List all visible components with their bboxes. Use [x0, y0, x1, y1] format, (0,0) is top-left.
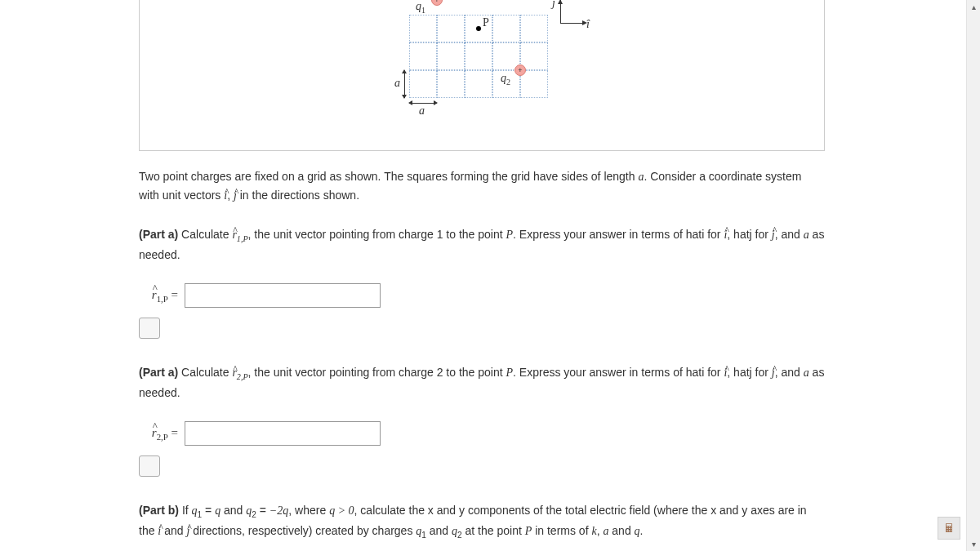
point-p-label: P	[483, 16, 489, 29]
a-bot-text: a	[419, 104, 425, 117]
dim-arrow-icon	[408, 100, 412, 105]
q2-text: q	[501, 72, 506, 84]
input-row-r2p: r2,P =	[139, 421, 964, 446]
dim-arrow-icon	[402, 69, 407, 73]
charge-q1	[431, 0, 443, 6]
intro-text: Two point charges are fixed on a grid as…	[139, 167, 825, 206]
jhat-text: ĵ	[552, 0, 555, 9]
label-r1p: r1,P =	[139, 288, 178, 304]
dim-a-horizontal	[409, 103, 437, 104]
content: q1 q2 P a a	[0, 0, 964, 551]
q2-label: q2	[501, 72, 510, 87]
input-row-r1p: r1,P =	[139, 283, 964, 308]
dim-a-vertical	[404, 70, 405, 98]
scroll-down-icon[interactable]: ▾	[967, 537, 980, 551]
q1-text: q	[416, 0, 421, 12]
status-box-r1p[interactable]	[139, 318, 160, 339]
part-a2-text: (Part a) Calculate r2,P, the unit vector…	[139, 363, 825, 402]
label-r2p: r2,P =	[139, 426, 178, 442]
calculator-icon[interactable]: 🖩	[938, 517, 960, 540]
q1-sub: 1	[421, 6, 425, 15]
status-box-r2p[interactable]	[139, 455, 160, 477]
q2-sub: 2	[506, 78, 510, 87]
charge-q2	[514, 64, 526, 76]
dim-arrow-icon	[434, 100, 438, 105]
charge-grid: q1 q2 P a a	[409, 0, 548, 98]
part-a1-text: (Part a) Calculate r1,P, the unit vector…	[139, 225, 825, 264]
part-b-text: (Part b) If q1 = q and q2 = −2q, where q…	[139, 501, 825, 542]
jhat-label: ĵ	[552, 0, 555, 10]
p-text: P	[483, 16, 489, 29]
a-label-left: a	[394, 77, 400, 90]
figure-container: q1 q2 P a a	[139, 0, 825, 151]
dim-arrow-icon	[402, 95, 407, 99]
a-label-bottom: a	[419, 104, 425, 118]
scroll-up-icon[interactable]: ▴	[967, 0, 980, 14]
point-p-dot	[476, 26, 481, 31]
input-r1p[interactable]	[185, 283, 381, 308]
q1-label: q1	[416, 0, 425, 15]
a-left-text: a	[394, 77, 400, 89]
input-r2p[interactable]	[185, 421, 381, 446]
ihat-text: î	[586, 18, 590, 30]
ihat-label: î	[586, 18, 590, 31]
arrow-up-icon	[558, 0, 563, 4]
main-scroll[interactable]: q1 q2 P a a	[0, 0, 964, 551]
scrollbar[interactable]: ▴ ▾	[966, 0, 980, 551]
